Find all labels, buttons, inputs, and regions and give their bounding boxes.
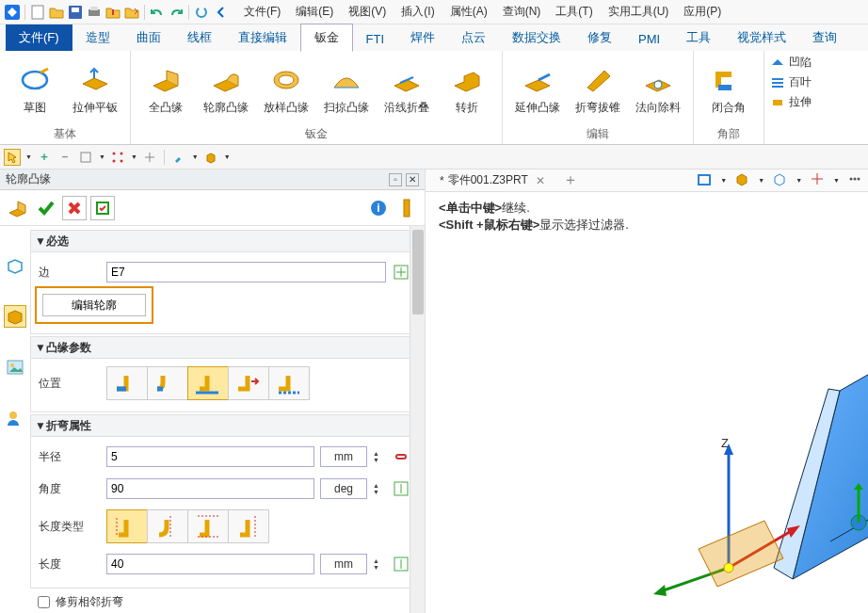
chevron-down-icon[interactable]: ▼ — [720, 177, 727, 184]
toggle-icon[interactable] — [77, 149, 94, 166]
lengthtype-opt-3[interactable] — [187, 509, 229, 543]
closed-corner-button[interactable]: 闭合角 — [701, 62, 756, 118]
contour-flange-button[interactable]: 轮廓凸缘 — [199, 62, 253, 118]
angle-input[interactable] — [106, 478, 314, 499]
cancel-button[interactable] — [62, 196, 87, 220]
new-tab-icon[interactable]: ＋ — [557, 170, 584, 190]
lengthtype-opt-4[interactable] — [228, 509, 269, 543]
jog-button[interactable]: 转折 — [440, 62, 494, 118]
open-icon[interactable] — [48, 4, 65, 21]
refresh-icon[interactable] — [193, 4, 210, 21]
edge-fold-button[interactable]: 沿线折叠 — [379, 62, 434, 118]
chevron-down-icon[interactable]: ▼ — [192, 153, 199, 160]
lengthtype-opt-1[interactable] — [106, 509, 148, 543]
tab-modeling[interactable]: 造型 — [72, 24, 123, 51]
position-opt-1[interactable] — [106, 366, 148, 400]
menu-apps[interactable]: 应用(P) — [678, 2, 727, 22]
lengthtype-opt-2[interactable] — [147, 509, 188, 543]
panel-scrollbar[interactable] — [410, 226, 425, 613]
tab-query[interactable]: 查询 — [799, 24, 850, 51]
radius-spinner[interactable]: ▲▼ — [373, 450, 386, 463]
import-icon[interactable] — [104, 4, 121, 21]
extend-flange-button[interactable]: 延伸凸缘 — [510, 62, 565, 118]
length-pick-icon[interactable] — [392, 555, 410, 573]
panel-close-icon[interactable]: ✕ — [406, 173, 419, 186]
chevron-down-icon[interactable]: ▼ — [796, 177, 802, 184]
chevron-down-icon[interactable]: ▼ — [131, 153, 137, 160]
align-tool-icon[interactable] — [141, 149, 158, 166]
expand-bar-icon[interactable] — [394, 196, 419, 220]
pointer-tool-icon[interactable] — [4, 149, 21, 166]
rail-cube2-icon[interactable] — [4, 305, 26, 328]
sketch-button[interactable]: 草图 — [8, 62, 62, 118]
extrude-tab-button[interactable]: 拉伸平钣 — [68, 62, 122, 118]
remove-icon[interactable]: － — [56, 149, 73, 166]
trim-adjacent-checkbox[interactable] — [38, 596, 50, 608]
tab-dataexchange[interactable]: 数据交换 — [499, 24, 574, 51]
document-tab[interactable]: * 零件001.Z3PRT ✕ — [433, 169, 552, 191]
vp-more-icon[interactable] — [847, 171, 862, 189]
angle-spinner[interactable]: ▲▼ — [373, 482, 386, 495]
tab-repair[interactable]: 修复 — [574, 24, 625, 51]
position-opt-2[interactable] — [147, 366, 188, 400]
menu-tools[interactable]: 工具(T) — [550, 2, 598, 22]
menu-file[interactable]: 文件(F) — [238, 2, 286, 22]
export-icon[interactable] — [123, 4, 140, 21]
chevron-down-icon[interactable]: ▼ — [25, 153, 32, 160]
panel-dock-icon[interactable]: ▫ — [389, 173, 402, 186]
new-icon[interactable] — [29, 4, 46, 21]
dimple-button[interactable]: 凹陷 — [770, 55, 812, 71]
back-arrow-icon[interactable] — [212, 4, 229, 21]
tab-pmi[interactable]: PMI — [625, 27, 673, 51]
length-input[interactable] — [106, 554, 314, 574]
section-bend-header[interactable]: ▼ 折弯属性 — [30, 414, 415, 437]
tab-close-icon[interactable]: ✕ — [536, 174, 545, 187]
grid-tool-icon[interactable] — [109, 149, 126, 166]
menu-attribute[interactable]: 属性(A) — [444, 2, 493, 22]
pick-icon[interactable] — [392, 263, 410, 282]
add-icon[interactable]: ＋ — [36, 149, 53, 166]
tab-weld[interactable]: 焊件 — [397, 24, 448, 51]
chevron-down-icon[interactable]: ▼ — [758, 177, 764, 184]
feature-icon[interactable] — [6, 196, 30, 220]
menu-query[interactable]: 查询(N) — [497, 2, 547, 22]
edit-profile-button[interactable]: 编辑轮廓 — [42, 294, 146, 316]
cube-tool-icon[interactable] — [202, 149, 219, 166]
tab-file[interactable]: 文件(F) — [6, 24, 72, 51]
tab-wireframe[interactable]: 线框 — [174, 24, 225, 51]
tab-visualstyle[interactable]: 视觉样式 — [724, 24, 799, 51]
redo-icon[interactable] — [168, 4, 185, 21]
rail-cube1-icon[interactable] — [4, 254, 26, 277]
chevron-down-icon[interactable]: ▼ — [224, 153, 231, 160]
tab-tool[interactable]: 工具 — [673, 24, 724, 51]
undo-icon[interactable] — [149, 4, 166, 21]
tab-directedit[interactable]: 直接编辑 — [225, 24, 300, 51]
length-unit[interactable]: mm — [320, 554, 367, 574]
lofted-flange-button[interactable]: 放样凸缘 — [259, 62, 313, 118]
normal-cut-button[interactable]: 法向除料 — [631, 62, 685, 118]
save-icon[interactable] — [67, 4, 84, 21]
tab-pointcloud[interactable]: 点云 — [448, 24, 499, 51]
brush-tool-icon[interactable] — [170, 149, 187, 166]
rail-picture-icon[interactable] — [4, 356, 26, 379]
print-icon[interactable] — [86, 4, 103, 21]
position-opt-4[interactable] — [228, 366, 269, 400]
radius-input[interactable] — [106, 446, 314, 467]
louver-button[interactable]: 百叶 — [770, 74, 812, 90]
rail-user-icon[interactable] — [4, 407, 26, 429]
angle-pick-icon[interactable] — [392, 479, 410, 498]
menu-view[interactable]: 视图(V) — [343, 2, 392, 22]
edge-input[interactable] — [106, 262, 386, 282]
extrude-side-button[interactable]: 拉伸 — [770, 94, 812, 110]
full-flange-button[interactable]: 全凸缘 — [138, 62, 193, 118]
vp-axis-icon[interactable] — [810, 171, 825, 189]
menu-edit[interactable]: 编辑(E) — [290, 2, 339, 22]
tab-surface[interactable]: 曲面 — [123, 24, 174, 51]
chevron-down-icon[interactable]: ▼ — [833, 177, 840, 184]
swept-flange-button[interactable]: 扫掠凸缘 — [319, 62, 374, 118]
menu-utilities[interactable]: 实用工具(U) — [603, 2, 675, 22]
radius-unit[interactable]: mm — [320, 446, 367, 467]
apply-button[interactable] — [90, 196, 115, 220]
tab-fti[interactable]: FTI — [353, 27, 398, 51]
position-opt-5[interactable] — [268, 366, 310, 400]
